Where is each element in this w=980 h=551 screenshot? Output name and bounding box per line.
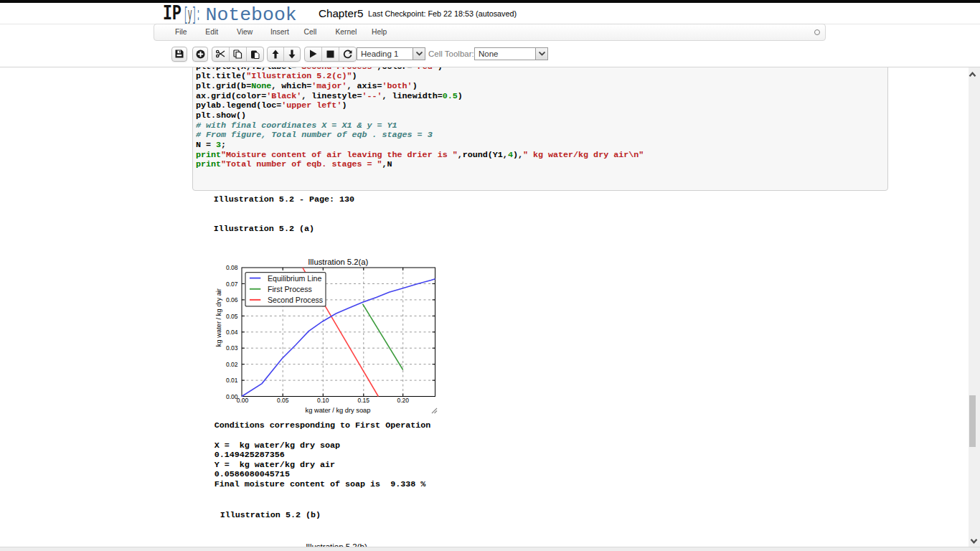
svg-text:kg water / kg dry air: kg water / kg dry air	[215, 288, 222, 347]
svg-text:Illustration 5.2(a): Illustration 5.2(a)	[308, 258, 368, 266]
svg-text:0.01: 0.01	[226, 377, 238, 384]
svg-text:0.05: 0.05	[226, 313, 238, 320]
svg-text:0.06: 0.06	[226, 296, 238, 303]
svg-text:0.00: 0.00	[237, 397, 249, 404]
svg-text:0.15: 0.15	[358, 397, 370, 404]
svg-text:0.08: 0.08	[226, 264, 238, 271]
svg-text:0.20: 0.20	[397, 397, 409, 404]
svg-text:0.10: 0.10	[317, 397, 329, 404]
svg-text:kg water / kg dry soap: kg water / kg dry soap	[306, 407, 371, 414]
svg-text:0.05: 0.05	[277, 397, 289, 404]
svg-text:0.03: 0.03	[226, 344, 238, 352]
svg-text:0.04: 0.04	[226, 329, 238, 336]
svg-text:0.02: 0.02	[226, 361, 238, 368]
svg-text:Equilibrium Line: Equilibrium Line	[268, 274, 321, 283]
svg-text:First Process: First Process	[268, 285, 312, 293]
svg-text:Second Process: Second Process	[268, 296, 323, 304]
svg-text:0.07: 0.07	[226, 281, 238, 288]
